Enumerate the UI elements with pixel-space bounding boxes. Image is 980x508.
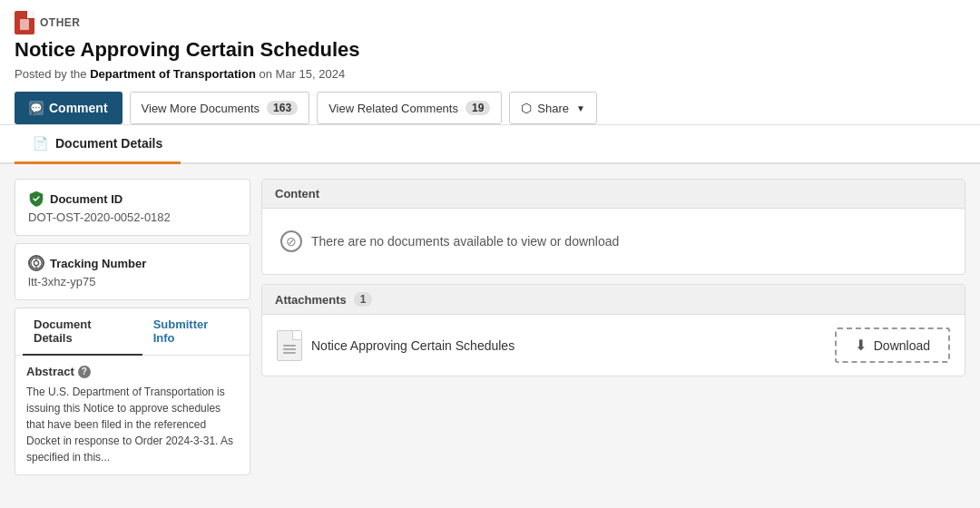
document-id-value: DOT-OST-2020-0052-0182 (28, 210, 237, 224)
attachment-name: Notice Approving Certain Schedules (311, 338, 514, 353)
sub-tabs-card: Document Details Submitter Info Abstract… (15, 308, 250, 475)
share-label: Share (537, 102, 569, 115)
share-icon: ⬡ (521, 101, 532, 115)
comment-button-label: Comment (49, 101, 108, 115)
posted-suffix: on Mar 15, 2024 (256, 67, 345, 81)
content-header: Content (262, 180, 965, 209)
view-more-docs-button[interactable]: View More Documents 163 (130, 92, 310, 124)
right-panel: Content ⊘ There are no documents availab… (261, 179, 965, 508)
sub-tab-submitter-info[interactable]: Submitter Info (142, 308, 242, 356)
attachment-file-icon (277, 330, 302, 361)
main-layout: Document ID DOT-OST-2020-0052-0182 Track… (0, 164, 980, 508)
attachments-label: Attachments (275, 293, 347, 307)
download-button[interactable]: ⬇ Download (835, 327, 950, 363)
doc-type-badge: OTHER (15, 11, 965, 34)
file-line-1 (283, 345, 296, 347)
no-docs-message: There are no documents available to view… (311, 234, 619, 249)
content-label: Content (275, 187, 319, 200)
tracking-number-title: Tracking Number (28, 255, 237, 271)
no-docs-area: ⊘ There are no documents available to vi… (262, 209, 965, 274)
share-button[interactable]: ⬡ Share ▼ (509, 92, 597, 124)
abstract-title: Abstract ? (26, 365, 239, 378)
sub-tab-document-details[interactable]: Document Details (23, 308, 142, 356)
abstract-text: The U.S. Department of Transportation is… (26, 384, 239, 465)
sub-tabs: Document Details Submitter Info (15, 308, 250, 356)
chevron-down-icon: ▼ (576, 103, 585, 113)
content-box: Content ⊘ There are no documents availab… (261, 179, 965, 275)
posted-prefix: Posted by the (15, 67, 90, 81)
posted-info: Posted by the Department of Transportati… (15, 67, 965, 81)
document-id-card: Document ID DOT-OST-2020-0052-0182 (15, 179, 250, 236)
tabs-section: 📄 Document Details (0, 125, 980, 164)
header-section: OTHER Notice Approving Certain Schedules… (0, 0, 980, 125)
document-id-title: Document ID (28, 190, 237, 207)
no-docs-icon: ⊘ (280, 230, 302, 252)
tracking-number-card: Tracking Number ltt-3xhz-yp75 (15, 243, 250, 300)
view-related-comments-button[interactable]: View Related Comments 19 (317, 92, 502, 124)
sub-tab-submitter-label: Submitter Info (153, 318, 209, 345)
attachment-left: Notice Approving Certain Schedules (277, 330, 514, 361)
document-id-label: Document ID (50, 192, 122, 206)
view-related-label: View Related Comments (328, 102, 458, 115)
sub-tab-details-label: Document Details (34, 318, 92, 345)
attachments-box: Attachments 1 Notice Approving Certain S… (261, 284, 965, 376)
department-name: Department of Transportation (90, 67, 256, 81)
view-more-docs-label: View More Documents (142, 102, 260, 115)
action-bar: 💬 Comment View More Documents 163 View R… (15, 92, 965, 124)
download-label: Download (874, 338, 930, 353)
tracking-icon (28, 255, 44, 271)
view-more-docs-count: 163 (267, 101, 298, 115)
file-line-2 (283, 348, 296, 350)
left-panel: Document ID DOT-OST-2020-0052-0182 Track… (15, 179, 250, 508)
attachment-row: Notice Approving Certain Schedules ⬇ Dow… (262, 315, 965, 376)
svg-point-1 (34, 260, 38, 265)
doc-type-icon (15, 11, 34, 34)
comment-icon: 💬 (29, 101, 44, 115)
file-line-3 (283, 352, 296, 354)
view-related-count: 19 (466, 101, 490, 115)
abstract-label: Abstract (26, 365, 74, 378)
tracking-number-value: ltt-3xhz-yp75 (28, 275, 237, 288)
help-icon[interactable]: ? (78, 366, 91, 378)
tab-document-details-label: Document Details (55, 136, 162, 151)
download-icon: ⬇ (855, 337, 867, 354)
tab-document-details-icon: 📄 (33, 136, 48, 151)
attachments-count: 1 (354, 292, 373, 307)
document-title: Notice Approving Certain Schedules (15, 38, 965, 62)
comment-button[interactable]: 💬 Comment (15, 92, 122, 124)
abstract-section: Abstract ? The U.S. Department of Transp… (15, 356, 250, 474)
attachments-header: Attachments 1 (262, 285, 965, 315)
tracking-number-label: Tracking Number (50, 257, 146, 270)
doc-type-label: OTHER (40, 16, 81, 29)
attachment-file-lines (283, 345, 296, 356)
shield-icon (28, 190, 44, 207)
tab-document-details[interactable]: 📄 Document Details (15, 125, 181, 164)
